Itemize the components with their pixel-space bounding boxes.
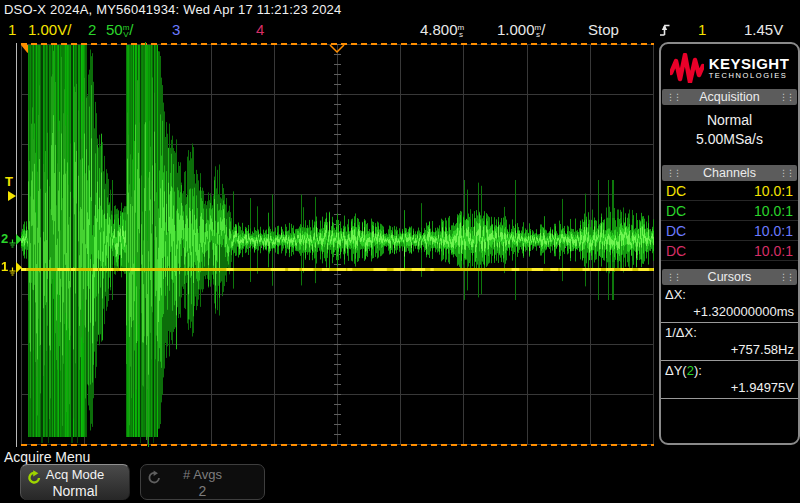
- timebase-readout: 1.000ms/: [497, 21, 545, 38]
- ch1-ground-marker-icon[interactable]: [9, 261, 23, 277]
- instrument-title: DSO-X 2024A, MY56041934: Wed Apr 17 11:2…: [4, 2, 341, 17]
- sample-rate-value: 5.00MSa/s: [661, 131, 798, 147]
- run-state: Stop: [588, 21, 619, 38]
- softkey-acq-mode[interactable]: Acq Mode Normal: [20, 464, 130, 500]
- drag-grip-icon: ⋮⋮: [666, 93, 680, 102]
- channel-row-2: DC 10.0:1: [661, 201, 798, 221]
- ch1-ground-label: 1: [1, 259, 8, 274]
- ch4-number-badge[interactable]: 4: [256, 21, 264, 38]
- menu-title: Acquire Menu: [4, 449, 90, 465]
- channels-title: Channels: [703, 166, 756, 180]
- brand-subtitle: TECHNOLOGIES: [709, 71, 790, 80]
- oscilloscope-screen: DSO-X 2024A, MY56041934: Wed Apr 17 11:2…: [0, 0, 800, 503]
- status-bar: 1 1.00V/ 2 50mV/ 3 4 4.800ms 1.000ms/ St…: [0, 18, 800, 41]
- channel-row-1: DC 10.0:1: [661, 181, 798, 201]
- channel-row-4: DC 10.0:1: [661, 241, 798, 261]
- ch1-number-badge[interactable]: 1: [8, 21, 16, 38]
- waveform-display: [21, 42, 654, 447]
- drag-grip-icon: ⋮⋮: [666, 169, 680, 178]
- ch3-number-badge[interactable]: 3: [172, 21, 180, 38]
- keysight-spark-icon: [670, 53, 704, 83]
- cursor-readouts: ΔX: +1.320000000ms 1/ΔX: +757.58Hz ΔY(2)…: [661, 285, 798, 399]
- channel-row-3: DC 10.0:1: [661, 221, 798, 241]
- edge-trigger-rising-icon: [659, 22, 671, 37]
- channel-rows: DC 10.0:1 DC 10.0:1 DC 10.0:1 DC 10.0:1: [661, 181, 798, 261]
- brand-name: KEYSIGHT: [709, 56, 790, 71]
- drag-grip-icon: ⋮⋮: [779, 273, 793, 282]
- logo-text: KEYSIGHT TECHNOLOGIES: [709, 56, 790, 80]
- delay-readout: 4.800ms: [420, 21, 464, 38]
- cursor-inv-dx: 1/ΔX: +757.58Hz: [661, 323, 798, 361]
- acq-mode-value: Normal: [661, 112, 798, 128]
- drag-grip-icon: ⋮⋮: [779, 93, 793, 102]
- trigger-level-marker[interactable]: [8, 191, 16, 201]
- trigger-level-label: T: [5, 174, 13, 189]
- cycle-arrow-icon: [147, 470, 162, 485]
- cursors-header[interactable]: ⋮⋮ Cursors ⋮⋮: [662, 269, 797, 285]
- cursor-dx: ΔX: +1.320000000ms: [661, 285, 798, 323]
- acquisition-title: Acquisition: [699, 90, 759, 104]
- keysight-logo: KEYSIGHT TECHNOLOGIES: [661, 44, 798, 89]
- channels-header[interactable]: ⋮⋮ Channels ⋮⋮: [662, 165, 797, 181]
- ch2-ground-marker-icon[interactable]: [9, 233, 23, 249]
- trigger-source: 1: [698, 21, 706, 38]
- ch2-number-badge[interactable]: 2: [88, 21, 96, 38]
- drag-grip-icon: ⋮⋮: [666, 273, 680, 282]
- cursors-title: Cursors: [708, 270, 752, 284]
- drag-grip-icon: ⋮⋮: [779, 169, 793, 178]
- ch2-ground-label: 2: [1, 231, 8, 246]
- softkey-value: Normal: [21, 483, 129, 499]
- softkey-value: 2: [141, 483, 264, 499]
- acquisition-body: Normal 5.00MSa/s: [661, 105, 798, 165]
- acquisition-header[interactable]: ⋮⋮ Acquisition ⋮⋮: [662, 89, 797, 105]
- cursor-dy: ΔY(2): +1.94975V: [661, 361, 798, 399]
- trigger-level: 1.45V: [744, 21, 783, 38]
- ch2-scale: 50mV/: [106, 21, 134, 38]
- ch1-scale: 1.00V/: [28, 21, 71, 38]
- cycle-arrow-icon: [27, 470, 42, 485]
- info-panel: KEYSIGHT TECHNOLOGIES ⋮⋮ Acquisition ⋮⋮ …: [659, 42, 800, 445]
- softkey-num-avgs[interactable]: # Avgs 2: [140, 464, 265, 500]
